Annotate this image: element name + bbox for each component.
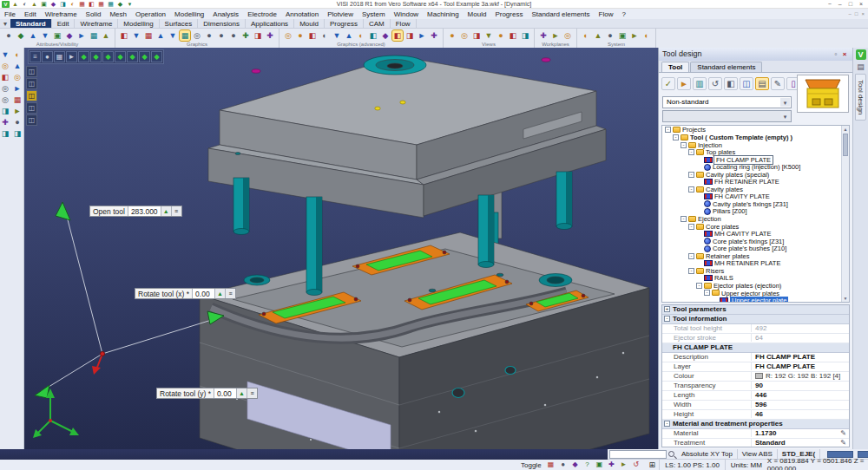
ribbon-tab-modelling[interactable]: Modelling (118, 19, 159, 28)
menu-annotation[interactable]: Annotation (281, 10, 323, 18)
entity-list-icon[interactable]: ► (620, 460, 628, 469)
multi-viewport-icon[interactable]: ✚ (240, 30, 251, 41)
property-value[interactable]: Standard✎ (752, 439, 849, 447)
menu-progress[interactable]: Progress (490, 10, 527, 18)
expander-icon[interactable]: - (688, 172, 694, 178)
iso-view-3-icon[interactable]: ◆ (102, 51, 114, 62)
modify-entity-icon[interactable]: ► (12, 83, 23, 94)
maximize-button[interactable]: □ (849, 1, 852, 7)
rotate-view-icon[interactable]: ● (216, 30, 227, 41)
expander-icon[interactable]: - (681, 142, 687, 148)
layer-toggle-icon[interactable]: ◆ (571, 460, 580, 469)
collapse-icon[interactable]: - (664, 421, 670, 427)
tree-item-risers[interactable]: -Risers (662, 267, 849, 275)
menu-wireframe[interactable]: Wireframe (41, 10, 82, 18)
grip-handle-icon[interactable]: ≡ (30, 51, 41, 62)
reflection-lines-icon[interactable]: ◐ (356, 30, 366, 41)
ribbon-tab-mould[interactable]: Mould (294, 19, 325, 28)
menu-mesh[interactable]: Mesh (105, 10, 131, 18)
zoom-box-icon[interactable]: ◎ (0, 61, 10, 71)
section-tool-parameters[interactable]: +Tool parameters (662, 305, 849, 315)
transparency-toggle-icon[interactable]: ◧ (307, 30, 318, 41)
property-transparency[interactable]: Transparency90 (662, 382, 849, 391)
tree-item-fh-retainer-plate[interactable]: FH RETAINER PLATE (662, 179, 849, 186)
attributes-edit-icon[interactable]: ▲ (12, 61, 23, 71)
line-attributes-icon[interactable]: ◆ (64, 30, 75, 41)
zoom-dynamic-icon[interactable]: ● (559, 460, 568, 469)
expander-icon[interactable]: - (681, 216, 687, 222)
toggle-label[interactable]: Toggle (516, 461, 547, 469)
blank-entities-icon[interactable]: ► (76, 30, 87, 41)
regen-view-icon[interactable]: ↺ (632, 460, 641, 469)
top-view-icon[interactable]: ◎ (459, 30, 470, 41)
screen-capture-icon[interactable]: ◧ (88, 1, 95, 8)
tree-item-upper-ejector-plates[interactable]: -Upper ejector plates (662, 290, 849, 297)
front-view-icon[interactable]: ◨ (471, 30, 482, 41)
tree-item-cavity-plate-s-fixings-z31[interactable]: Cavity plate's fixings [Z31] (662, 200, 849, 208)
help-prompt-icon[interactable]: ? (583, 460, 592, 469)
tree-item-projects[interactable]: -Projects (662, 127, 849, 134)
iso-view-5-icon[interactable]: ◆ (127, 51, 138, 62)
edit-parameters-icon[interactable]: ✎ (771, 77, 785, 90)
menu-electrode[interactable]: Electrode (243, 10, 281, 18)
property-value[interactable]: 1.1730✎ (752, 429, 849, 437)
help-system-icon[interactable]: ◐ (641, 30, 652, 41)
tree-item-fh-clamp-plate[interactable]: FH CLAMP PLATE (662, 156, 849, 164)
collapse-icon[interactable]: - (664, 316, 670, 322)
zoom-window-icon[interactable]: ▼ (168, 30, 178, 41)
system-settings-icon[interactable]: ◐ (581, 30, 591, 41)
scroll-up-icon[interactable]: ▲ (842, 126, 849, 133)
scroll-down-icon[interactable]: ▼ (842, 295, 849, 302)
expander-icon[interactable]: - (665, 127, 671, 133)
open-tool-callout[interactable]: Open tool 283.000 ▲ ≡ (89, 206, 182, 217)
ribbon-tab-dimensions[interactable]: Dimensions (198, 19, 246, 28)
body-filter-icon[interactable]: ◫ (26, 90, 37, 101)
open-file-icon[interactable]: ◐ (21, 1, 29, 8)
edit-workplane-icon[interactable]: ► (550, 30, 561, 41)
background-colour-icon[interactable]: ◨ (253, 30, 263, 41)
scrollbar-thumb[interactable] (843, 134, 848, 156)
tree-item-ejection[interactable]: -Ejection (662, 215, 849, 223)
pin-icon[interactable]: ▫ (832, 50, 840, 58)
open-tool-keyboard-icon[interactable]: ≡ (171, 206, 181, 216)
plugin-manager-icon[interactable]: ● (605, 30, 615, 41)
bottom-view-icon[interactable]: ◨ (520, 30, 530, 41)
tab-standard-elements[interactable]: Standard elements (690, 62, 762, 72)
delete-entity-icon[interactable]: ◨ (0, 128, 10, 139)
property-width[interactable]: Width596 (662, 401, 849, 410)
tool-list-icon[interactable]: ▤ (755, 77, 769, 90)
rotate-x-value[interactable]: 0.00 (192, 289, 214, 298)
expander-icon[interactable]: - (704, 290, 710, 296)
menu-flow[interactable]: Flow (595, 10, 618, 18)
property-description[interactable]: DescriptionFH CLAMP PLATE (662, 353, 849, 362)
tool-design-dock-tab[interactable]: Tool design (855, 74, 866, 121)
menu-analysis[interactable]: Analysis (208, 10, 243, 18)
wireframe-view-icon[interactable]: ▼ (131, 30, 141, 41)
property-value[interactable]: 90 (752, 382, 849, 389)
rebuild-icon[interactable]: ↺ (708, 77, 722, 90)
property-total-tool-height[interactable]: Total tool height492 (662, 324, 849, 334)
expander-icon[interactable]: - (688, 224, 694, 230)
menu-operation[interactable]: Operation (131, 10, 170, 18)
rotate-y-calculator-icon[interactable]: ▲ (236, 388, 247, 398)
selection-filter-icon[interactable]: ◧ (392, 30, 403, 41)
perspective-toggle-icon[interactable]: ◨ (404, 30, 415, 41)
catalogue-icon[interactable]: ▥ (693, 77, 707, 90)
new-document-icon[interactable]: ▲ (11, 1, 19, 8)
favourite-views-icon[interactable]: ▣ (595, 460, 604, 469)
ribbon-collapse-button[interactable]: − (828, 1, 832, 7)
menu-mould[interactable]: Mould (464, 10, 491, 18)
property-value[interactable]: 46 (752, 410, 849, 418)
iso-view-7-icon[interactable]: ◆ (151, 51, 162, 62)
section-fh-clamp-plate[interactable]: FH CLAMP PLATE (662, 343, 849, 353)
zoom-target-icon[interactable]: ▦ (54, 51, 65, 62)
toolbar-options-caret-icon[interactable]: ▾ (0, 19, 10, 28)
back-view-icon[interactable]: ◧ (508, 30, 518, 41)
property-layer[interactable]: LayerFH CLAMP PLATE (662, 362, 849, 372)
search-icon[interactable] (668, 451, 674, 457)
align-workplane-icon[interactable]: ◎ (562, 30, 573, 41)
view-mode-label[interactable]: Absolute XY Top (677, 449, 738, 460)
ribbon-tab-cam[interactable]: CAM (364, 19, 391, 28)
edit-pencil-icon[interactable]: ✎ (840, 429, 846, 437)
ribbon-tab-surfaces[interactable]: Surfaces (160, 19, 199, 28)
